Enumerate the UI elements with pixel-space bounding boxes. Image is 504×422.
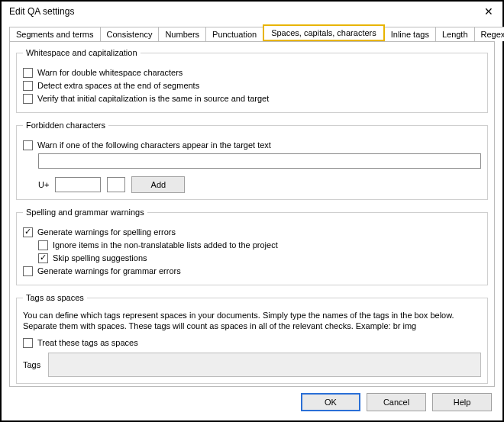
- label-initial-cap: Verify that initial capitalization is th…: [37, 93, 269, 104]
- help-button[interactable]: Help: [432, 393, 492, 411]
- tab-regex[interactable]: Regex: [474, 27, 504, 41]
- input-forbidden-chars[interactable]: [38, 153, 481, 169]
- row-treat-tags: Treat these tags as spaces: [23, 337, 481, 348]
- ok-button[interactable]: OK: [301, 393, 360, 411]
- titlebar: Edit QA settings ✕: [2, 2, 502, 20]
- tab-strip: Segments and terms Consistency Numbers P…: [2, 24, 502, 41]
- group-forbidden: Forbidden characters Warn if one of the …: [16, 121, 488, 200]
- label-ignore-nontrans: Ignore items in the non-translatable lis…: [53, 240, 278, 250]
- label-double-whitespace: Warn for double whitespace characters: [37, 67, 183, 78]
- tab-consistency[interactable]: Consistency: [100, 27, 160, 41]
- label-tags: Tags: [23, 360, 40, 369]
- group-spelling: Spelling and grammar warnings Generate w…: [16, 208, 488, 285]
- tab-punctuation[interactable]: Punctuation: [205, 27, 263, 41]
- checkbox-skip-suggestions[interactable]: [38, 253, 48, 263]
- tab-length[interactable]: Length: [435, 27, 475, 41]
- row-initial-cap: Verify that initial capitalization is th…: [23, 93, 481, 104]
- group-forbidden-legend: Forbidden characters: [23, 121, 108, 130]
- checkbox-extra-end-spaces[interactable]: [23, 81, 33, 91]
- group-whitespace-legend: Whitespace and capitalization: [23, 48, 141, 57]
- label-extra-end-spaces: Detect extra spaces at the end of segmen…: [37, 80, 199, 91]
- group-tags-legend: Tags as spaces: [23, 293, 87, 302]
- row-gen-spelling: Generate warnings for spelling errors: [23, 227, 481, 237]
- row-warn-forbidden: Warn if one of the following characters …: [23, 140, 481, 150]
- label-gen-grammar: Generate warnings for grammar errors: [37, 266, 181, 276]
- row-extra-end-spaces: Detect extra spaces at the end of segmen…: [23, 80, 481, 91]
- row-tags-input: Tags: [23, 353, 481, 377]
- input-tags[interactable]: [48, 353, 481, 377]
- label-unicode-prefix: U+: [38, 180, 49, 189]
- row-gen-grammar: Generate warnings for grammar errors: [23, 266, 481, 276]
- row-unicode-add: U+ Add: [23, 176, 481, 193]
- checkbox-ignore-nontrans[interactable]: [38, 240, 48, 250]
- row-forbidden-chars-input: [23, 153, 481, 169]
- label-gen-spelling: Generate warnings for spelling errors: [37, 227, 176, 237]
- add-button[interactable]: Add: [131, 176, 185, 193]
- tags-description: You can define which tags represent spac…: [23, 310, 481, 331]
- group-whitespace: Whitespace and capitalization Warn for d…: [16, 48, 488, 113]
- close-icon[interactable]: ✕: [481, 6, 496, 17]
- label-treat-tags: Treat these tags as spaces: [37, 337, 138, 348]
- row-skip-suggestions: Skip spelling suggestions: [38, 253, 481, 263]
- tab-spaces-capitals-characters[interactable]: Spaces, capitals, characters: [263, 24, 385, 41]
- row-ignore-nontrans: Ignore items in the non-translatable lis…: [38, 240, 481, 250]
- checkbox-warn-forbidden[interactable]: [23, 140, 33, 150]
- window-title: Edit QA settings: [9, 6, 74, 17]
- input-unicode-code[interactable]: [55, 177, 101, 192]
- checkbox-treat-tags[interactable]: [23, 338, 33, 348]
- checkbox-gen-spelling[interactable]: [23, 227, 33, 237]
- checkbox-gen-grammar[interactable]: [23, 266, 33, 276]
- dialog-footer: OK Cancel Help: [2, 393, 502, 420]
- row-double-whitespace: Warn for double whitespace characters: [23, 67, 481, 78]
- cancel-button[interactable]: Cancel: [367, 393, 426, 411]
- group-spelling-legend: Spelling and grammar warnings: [23, 208, 147, 217]
- tab-segments-terms[interactable]: Segments and terms: [9, 27, 101, 41]
- dialog-window: Edit QA settings ✕ Segments and terms Co…: [0, 0, 504, 422]
- tab-panel: Whitespace and capitalization Warn for d…: [9, 41, 495, 387]
- tab-inline-tags[interactable]: Inline tags: [384, 27, 436, 41]
- label-warn-forbidden: Warn if one of the following characters …: [37, 140, 271, 150]
- checkbox-initial-cap[interactable]: [23, 94, 33, 104]
- group-tags-as-spaces: Tags as spaces You can define which tags…: [16, 293, 488, 384]
- label-skip-suggestions: Skip spelling suggestions: [53, 253, 147, 263]
- checkbox-double-whitespace[interactable]: [23, 68, 33, 78]
- tab-numbers[interactable]: Numbers: [158, 27, 206, 41]
- input-unicode-extra[interactable]: [107, 177, 125, 192]
